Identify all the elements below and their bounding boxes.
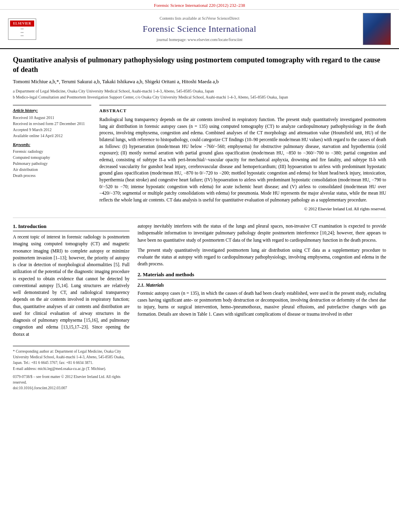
section1-para2: autopsy inevitably interferes with the s…	[138, 223, 386, 244]
banner-text: Forensic Science International 220 (2012…	[154, 3, 245, 8]
keyword-4: Air distribution	[13, 166, 91, 173]
sciverse-line: Contents lists available at SciVerse Sci…	[40, 16, 359, 21]
authors-text: Tomomi Michiue a,b,*, Terumi Sakurai a,b…	[13, 79, 219, 84]
affiliation-a: a Department of Legal Medicine, Osaka Ci…	[13, 88, 386, 94]
article-title: Quantitative analysis of pulmonary patho…	[13, 55, 386, 74]
journal-banner: Forensic Science International 220 (2012…	[0, 0, 399, 10]
section1-para1: A recent topic of interest in forensic r…	[13, 234, 130, 338]
doi-text: doi:10.1016/j.forsciint.2012.03.007	[13, 385, 130, 391]
keyword-1: Forensic radiology	[13, 148, 91, 154]
keyword-5: Death process	[13, 173, 91, 179]
elsevier-logo: ELSEVIER ▪▪▪▪▪▪▪▪▪	[8, 18, 36, 39]
abstract-section: ABSTRACT Radiological lung transparency …	[99, 105, 386, 212]
footnote-section: * Corresponding author at: Department of…	[13, 346, 130, 391]
accepted-date: Accepted 9 March 2012	[13, 127, 91, 133]
revised-date: Received in revised form 27 December 201…	[13, 121, 91, 127]
authors: Tomomi Michiue a,b,*, Terumi Sakurai a,b…	[13, 78, 386, 86]
abstract-text: Radiological lung transparency depends o…	[99, 116, 386, 212]
keywords-section: Keywords: Forensic radiology Computed to…	[13, 142, 91, 179]
section2-para1: Forensic autopsy cases (n = 135), in whi…	[138, 290, 386, 318]
main-content: Quantitative analysis of pulmonary patho…	[0, 49, 399, 399]
corresponding-author: * Corresponding author at: Department of…	[13, 349, 130, 366]
keyword-3: Pulmonary pathology	[13, 160, 91, 166]
section1-para3: The present study quantitatively investi…	[138, 247, 386, 268]
received-date: Received 10 August 2011	[13, 115, 91, 121]
journal-header: ELSEVIER ▪▪▪▪▪▪▪▪▪ Contents lists availa…	[0, 10, 399, 49]
elsevier-logo-sub: ▪▪▪▪▪▪▪▪▪	[10, 27, 34, 37]
section1-heading: 1. Introduction	[13, 223, 130, 231]
email-address: E-mail address: michi.leg@med.osaka-cu.a…	[13, 366, 130, 372]
article-info: Article history: Received 10 August 2011…	[13, 105, 91, 212]
journal-title: Forensic Science International	[40, 23, 359, 35]
available-date: Available online 14 April 2012	[13, 133, 91, 139]
journal-homepage: journal homepage: www.elsevier.com/locat…	[40, 37, 359, 43]
sciverse-text: Contents lists available at SciVerse Sci…	[160, 16, 240, 21]
issn-text: 0379-0738/$ – see front matter © 2012 El…	[13, 374, 130, 386]
journal-thumbnail	[363, 13, 391, 45]
keyword-2: Computed tomography	[13, 154, 91, 160]
info-abstract-section: Article history: Received 10 August 2011…	[13, 105, 386, 212]
elsevier-logo-inner: ELSEVIER	[10, 21, 34, 27]
keywords-label: Keywords:	[13, 142, 91, 148]
abstract-heading: ABSTRACT	[99, 108, 386, 114]
section-divider	[13, 218, 386, 218]
history-label: Article history:	[13, 108, 91, 113]
article-history: Article history: Received 10 August 2011…	[13, 108, 91, 139]
body-right-col: autopsy inevitably interferes with the s…	[138, 223, 386, 391]
body-left-col: 1. Introduction A recent topic of intere…	[13, 223, 130, 391]
body-two-col: 1. Introduction A recent topic of intere…	[13, 223, 386, 391]
header-center: Contents lists available at SciVerse Sci…	[40, 16, 359, 43]
copyright-text: © 2012 Elsevier Ireland Ltd. All rights …	[99, 206, 386, 212]
section2-sub-heading: 2.1. Materials	[138, 282, 386, 288]
section2-heading: 2. Materials and methods	[138, 271, 386, 279]
abstract-body: Radiological lung transparency depends o…	[99, 117, 386, 202]
affiliation-b: b Medico-legal Consultation and Postmort…	[13, 94, 386, 100]
affiliations: a Department of Legal Medicine, Osaka Ci…	[13, 88, 386, 100]
